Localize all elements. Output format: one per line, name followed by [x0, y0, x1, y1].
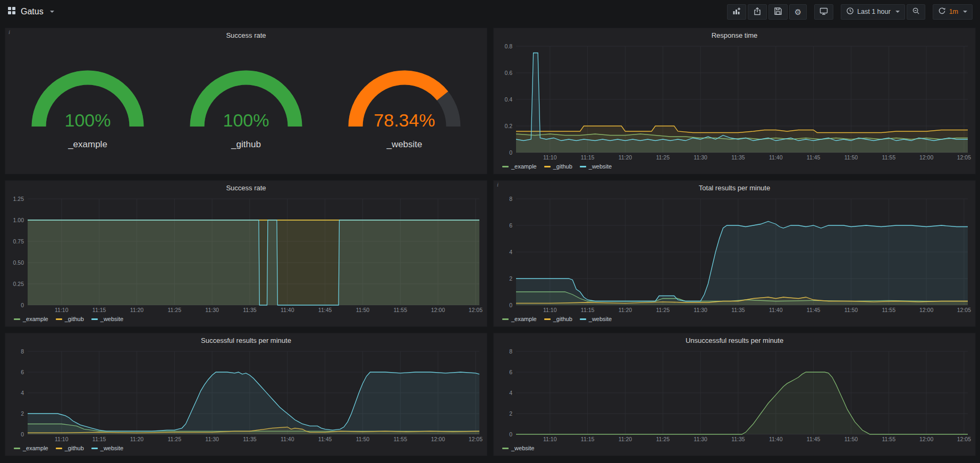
legend-item-github[interactable]: _github [56, 316, 84, 322]
gauge-example: 100%_example [27, 57, 149, 150]
dashboard-grid: i Success rate 100%_example100%_github78… [0, 23, 980, 460]
svg-text:0: 0 [509, 302, 512, 308]
svg-text:11:10: 11:10 [543, 154, 557, 161]
svg-text:11:30: 11:30 [205, 436, 219, 442]
legend-item-example[interactable]: _example [14, 445, 48, 451]
svg-text:11:50: 11:50 [844, 436, 858, 442]
share-button[interactable] [748, 4, 767, 20]
svg-text:0.6: 0.6 [504, 70, 512, 76]
chart-canvas-unsuccessful-results[interactable]: 11:1011:1511:2011:2511:3011:3511:4011:45… [497, 347, 972, 444]
chart-legend: _example_github_website [497, 315, 972, 322]
refresh-interval-label: 1m [949, 8, 958, 15]
legend-item-github[interactable]: _github [544, 316, 572, 322]
chart-canvas-response-time[interactable]: 11:1011:1511:2011:2511:3011:3511:4011:45… [497, 42, 972, 162]
svg-text:11:10: 11:10 [543, 307, 557, 313]
panel-success-rate-gauges: i Success rate 100%_example100%_github78… [5, 28, 487, 174]
panel-title-text: Success rate [226, 31, 266, 39]
dashboard-title[interactable]: Gatus [21, 7, 44, 16]
dashboard-grid-icon[interactable] [7, 6, 16, 17]
tv-mode-button[interactable] [814, 4, 833, 20]
panel-title[interactable]: Response time [494, 28, 975, 42]
svg-text:11:20: 11:20 [130, 436, 144, 442]
legend-item-website[interactable]: _website [580, 316, 612, 322]
svg-text:11:50: 11:50 [356, 307, 370, 313]
svg-text:11:30: 11:30 [694, 307, 707, 313]
clock-icon [846, 7, 854, 16]
svg-text:0.50: 0.50 [13, 259, 24, 266]
zoom-out-button[interactable] [907, 4, 925, 20]
chart-canvas-success-rate[interactable]: 11:1011:1511:2011:2511:3011:3511:4011:45… [9, 195, 484, 315]
panel-title[interactable]: Total results per minute [494, 181, 975, 195]
svg-text:11:40: 11:40 [769, 436, 783, 442]
svg-text:11:40: 11:40 [281, 436, 294, 442]
svg-text:12:00: 12:00 [431, 307, 445, 313]
time-range-button[interactable]: Last 1 hour [841, 4, 905, 20]
chart-legend: _example_github_website [9, 444, 484, 451]
svg-text:100%: 100% [223, 110, 269, 130]
legend-item-example[interactable]: _example [14, 316, 48, 322]
chart-canvas-total-results[interactable]: 11:1011:1511:2011:2511:3011:3511:4011:45… [497, 195, 972, 315]
time-range-label: Last 1 hour [857, 8, 891, 15]
svg-text:2: 2 [21, 410, 24, 417]
refresh-icon [938, 7, 946, 16]
svg-text:0.2: 0.2 [504, 123, 512, 129]
legend-item-website[interactable]: _website [91, 316, 123, 322]
svg-text:12:05: 12:05 [469, 436, 483, 442]
svg-text:100%: 100% [65, 110, 111, 130]
panel-info-icon[interactable]: i [9, 29, 10, 35]
panel-success-rate-timeseries: Success rate 11:1011:1511:2011:2511:3011… [5, 180, 487, 327]
svg-text:0: 0 [509, 431, 512, 437]
svg-text:11:25: 11:25 [168, 436, 182, 442]
legend-item-github[interactable]: _github [544, 163, 572, 170]
settings-button[interactable]: ⚙ [789, 4, 807, 20]
svg-text:11:20: 11:20 [619, 154, 632, 161]
svg-text:8: 8 [509, 196, 512, 202]
panel-title[interactable]: Successful results per minute [5, 333, 487, 347]
chart-canvas-successful-results[interactable]: 11:1011:1511:2011:2511:3011:3511:4011:45… [9, 347, 484, 444]
monitor-icon [820, 7, 828, 17]
gauge-row: 100%_example100%_github78.34%_website [5, 42, 487, 174]
svg-text:11:45: 11:45 [318, 307, 332, 313]
svg-text:11:20: 11:20 [130, 307, 144, 313]
gauge-arc: 100% [185, 57, 307, 137]
panel-title-text: Unsuccessful results per minute [686, 336, 783, 344]
panel-info-icon[interactable]: i [497, 181, 499, 188]
svg-text:6: 6 [21, 369, 24, 375]
svg-text:12:00: 12:00 [919, 307, 933, 313]
legend-item-example[interactable]: _example [502, 316, 537, 322]
svg-text:0.4: 0.4 [504, 96, 512, 103]
svg-text:11:20: 11:20 [619, 307, 632, 313]
svg-text:0: 0 [21, 431, 24, 437]
svg-text:4: 4 [509, 249, 512, 255]
legend-item-example[interactable]: _example [502, 163, 537, 170]
panel-title[interactable]: Unsuccessful results per minute [494, 333, 975, 347]
save-button[interactable] [768, 4, 788, 20]
panel-title[interactable]: Success rate [5, 28, 487, 42]
legend-item-github[interactable]: _github [56, 445, 84, 451]
svg-text:2: 2 [509, 275, 512, 282]
svg-text:11:25: 11:25 [656, 307, 670, 313]
legend-item-website[interactable]: _website [91, 445, 123, 451]
legend-item-website[interactable]: _website [580, 163, 612, 170]
svg-text:11:50: 11:50 [844, 154, 858, 161]
chart-legend: _example_github_website [9, 315, 484, 322]
refresh-button[interactable]: 1m [933, 4, 973, 20]
svg-text:11:55: 11:55 [394, 436, 408, 442]
svg-text:11:40: 11:40 [281, 307, 294, 313]
svg-text:1.25: 1.25 [13, 196, 24, 202]
panel-title[interactable]: Success rate [5, 181, 487, 195]
panel-title-text: Response time [712, 31, 758, 39]
svg-text:12:05: 12:05 [957, 154, 971, 161]
add-panel-button[interactable] [727, 4, 746, 20]
svg-text:11:35: 11:35 [243, 307, 257, 313]
legend-item-website[interactable]: _website [502, 445, 534, 451]
svg-text:11:35: 11:35 [731, 307, 745, 313]
svg-text:11:45: 11:45 [807, 436, 821, 442]
gear-icon: ⚙ [795, 8, 801, 16]
svg-text:11:30: 11:30 [694, 154, 707, 161]
gauge-label: _example [68, 139, 107, 150]
dashboard-title-caret-icon[interactable] [50, 11, 54, 13]
svg-text:11:10: 11:10 [55, 307, 69, 313]
svg-text:12:05: 12:05 [957, 436, 971, 442]
time-range-caret-icon [895, 11, 900, 13]
